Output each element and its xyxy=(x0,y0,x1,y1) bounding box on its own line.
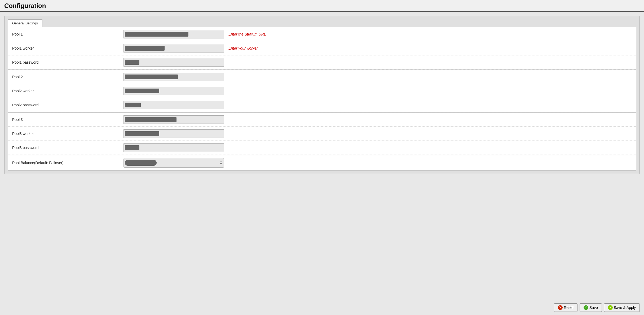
tab-header: General Settings xyxy=(8,19,636,27)
label-pool3: Pool 3 xyxy=(12,117,123,122)
label-pool3worker: Pool3 worker xyxy=(12,132,123,136)
tab-general-settings[interactable]: General Settings xyxy=(8,19,42,27)
pool3password-value-bar xyxy=(125,145,139,150)
reset-button[interactable]: ✕ Reset xyxy=(554,303,577,312)
save-apply-icon: ✓ xyxy=(608,305,613,310)
save-button[interactable]: ✓ Save xyxy=(580,303,602,312)
input-wrap-pool3password xyxy=(123,143,224,152)
input-wrap-pool1: Enter the Stratum URL xyxy=(123,30,266,38)
reset-icon: ✕ xyxy=(558,305,563,310)
form-row-pool2: Pool 2 xyxy=(8,69,636,84)
input-pool2password[interactable] xyxy=(123,101,224,109)
settings-panel: General Settings Pool 1 Enter the Stratu… xyxy=(4,16,640,174)
label-poolbalance: Pool Balance(Default: Failover) xyxy=(12,161,123,165)
form-row-pool1password: Pool1 password xyxy=(8,55,636,69)
form-row-pool2worker: Pool2 worker xyxy=(8,84,636,98)
form-container: Pool 1 Enter the Stratum URL Pool1 worke… xyxy=(8,27,636,170)
label-pool2: Pool 2 xyxy=(12,75,123,79)
input-wrap-pool1password xyxy=(123,58,224,67)
input-pool3worker[interactable] xyxy=(123,129,224,138)
page-title: Configuration xyxy=(4,2,640,10)
input-pool3password[interactable] xyxy=(123,143,224,152)
input-pool1worker[interactable] xyxy=(123,44,224,52)
pool1password-value-bar xyxy=(125,60,139,65)
save-icon: ✓ xyxy=(584,305,588,310)
form-row-pool3worker: Pool3 worker xyxy=(8,127,636,141)
input-pool2worker[interactable] xyxy=(123,87,224,95)
input-wrap-pool2worker xyxy=(123,87,224,95)
input-wrap-pool2 xyxy=(123,73,224,81)
reset-label: Reset xyxy=(564,305,574,310)
pool2-value-bar xyxy=(125,75,178,79)
form-row-pool1: Pool 1 Enter the Stratum URL xyxy=(8,27,636,41)
input-pool2[interactable] xyxy=(123,73,224,81)
pool3worker-value-bar xyxy=(125,131,159,136)
pool1worker-value-bar xyxy=(125,46,165,51)
poolbalance-value-bar xyxy=(125,160,157,166)
input-wrap-pool1worker: Enter your worker xyxy=(123,44,258,52)
pool2worker-value-bar xyxy=(125,89,159,93)
form-row-poolbalance: Pool Balance(Default: Failover) ▲ ▼ xyxy=(8,155,636,170)
label-pool2worker: Pool2 worker xyxy=(12,89,123,93)
input-wrap-pool3worker xyxy=(123,129,224,138)
pool1-value-bar xyxy=(125,32,188,37)
input-pool1password[interactable] xyxy=(123,58,224,67)
form-row-pool3: Pool 3 xyxy=(8,112,636,127)
input-pool3[interactable] xyxy=(123,115,224,124)
input-pool1[interactable] xyxy=(123,30,224,38)
page-header: Configuration xyxy=(0,0,644,12)
page-content: General Settings Pool 1 Enter the Stratu… xyxy=(0,12,644,300)
hint-pool1: Enter the Stratum URL xyxy=(228,32,266,36)
input-wrap-pool2password xyxy=(123,101,224,109)
label-pool2password: Pool2 password xyxy=(12,103,123,107)
input-wrap-pool3 xyxy=(123,115,224,124)
pool2password-value-bar xyxy=(125,103,141,107)
label-pool1worker: Pool1 worker xyxy=(12,46,123,50)
form-row-pool3password: Pool3 password xyxy=(8,141,636,155)
form-row-pool2password: Pool2 password xyxy=(8,98,636,112)
label-pool3password: Pool3 password xyxy=(12,146,123,150)
save-label: Save xyxy=(589,305,598,310)
label-pool1: Pool 1 xyxy=(12,32,123,36)
save-apply-button[interactable]: ✓ Save & Apply xyxy=(604,303,640,312)
select-arrows-icon: ▲ ▼ xyxy=(220,160,222,165)
select-poolbalance[interactable]: ▲ ▼ xyxy=(123,158,224,168)
page-footer: ✕ Reset ✓ Save ✓ Save & Apply xyxy=(0,300,644,315)
save-apply-label: Save & Apply xyxy=(614,305,636,310)
page-wrapper: Configuration General Settings Pool 1 En… xyxy=(0,0,644,315)
input-wrap-poolbalance: ▲ ▼ xyxy=(123,158,224,168)
pool3-value-bar xyxy=(125,117,177,122)
label-pool1password: Pool1 password xyxy=(12,60,123,64)
hint-pool1worker: Enter your worker xyxy=(228,46,258,50)
form-row-pool1worker: Pool1 worker Enter your worker xyxy=(8,41,636,55)
